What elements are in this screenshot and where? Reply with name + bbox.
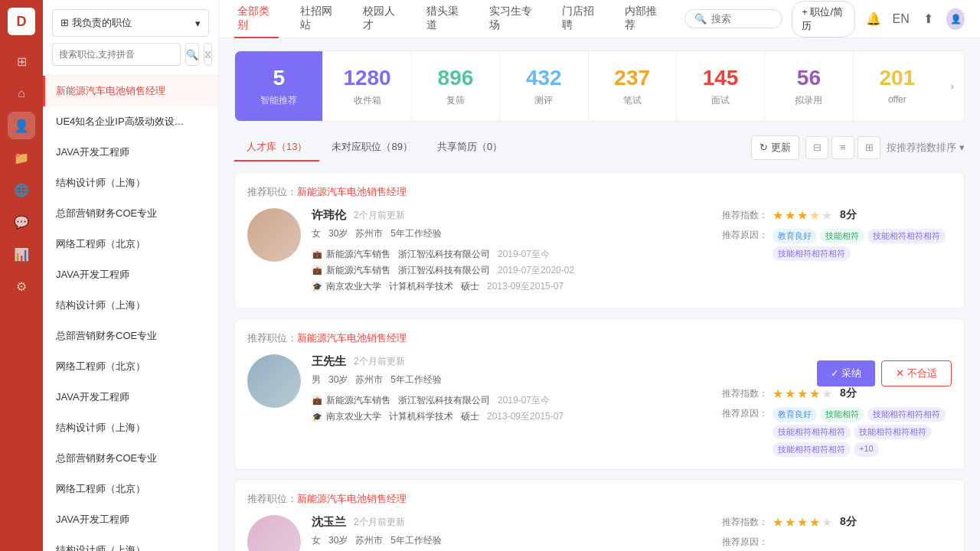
sidebar-item-12[interactable]: 总部营销财务COE专业 xyxy=(43,443,218,474)
language-icon[interactable]: EN xyxy=(892,8,910,30)
app-logo[interactable]: D xyxy=(8,8,35,35)
card-info: 许玮伦 2个月前更新 女 30岁 苏州市 5年工作经验 💼 新能源汽车销售 浙江… xyxy=(312,208,711,296)
candidate-name[interactable]: 许玮伦 xyxy=(312,208,346,223)
star-0: ★ xyxy=(773,515,783,530)
topnav-item-5[interactable]: 门店招聘 xyxy=(559,0,603,38)
stat-num-6: 56 xyxy=(774,65,843,91)
content-toolbar: 人才库（13）未对应职位（89）共享简历（0） ↻ 更新 ⊟ ≡ ⊞ 按推荐指数… xyxy=(234,134,965,161)
edu-degree: 硕士 xyxy=(461,280,479,293)
sidebar-top: ⊞ 我负责的职位 ▾ 🔍 ⧖ xyxy=(43,0,218,76)
sidebar-item-7[interactable]: 结构设计师（上海） xyxy=(43,290,218,321)
candidate-name[interactable]: 沈玉兰 xyxy=(312,515,346,530)
main-content: 5 智能推荐1280 收件箱896 复筛432 测评237 笔试145 面试56… xyxy=(219,38,980,551)
topnav-item-4[interactable]: 实习生专场 xyxy=(486,0,541,38)
search-input[interactable] xyxy=(52,43,181,66)
sidebar-item-5[interactable]: 网络工程师（北京） xyxy=(43,229,218,259)
reason-label: 推荐原因： xyxy=(722,229,768,242)
candidate-avatar[interactable] xyxy=(247,208,301,262)
nav-icon-settings[interactable]: ⚙ xyxy=(8,272,35,300)
candidate-name[interactable]: 王先生 xyxy=(312,354,346,369)
upload-icon[interactable]: ⬆ xyxy=(919,8,937,30)
stat-item-收件箱[interactable]: 1280 收件箱 xyxy=(323,51,411,121)
stat-num-4: 237 xyxy=(598,65,667,91)
nav-icon-people[interactable]: 👤 xyxy=(8,112,35,139)
name-row: 沈玉兰 2个月前更新 xyxy=(312,515,711,530)
stat-num-5: 145 xyxy=(686,65,755,91)
stat-label-5: 面试 xyxy=(686,94,755,107)
sidebar-item-8[interactable]: 总部营销财务COE专业 xyxy=(43,321,218,351)
exp-title: 新能源汽车销售 xyxy=(326,248,390,261)
reason-row: 推荐原因： xyxy=(722,536,952,549)
sidebar-item-4[interactable]: 总部营销财务COE专业 xyxy=(43,198,218,229)
view-grid2-icon[interactable]: ⊟ xyxy=(805,136,828,159)
reject-button[interactable]: ✕ 不合适 xyxy=(881,360,952,386)
age: 30岁 xyxy=(328,373,348,386)
job-selector[interactable]: ⊞ 我负责的职位 ▾ xyxy=(52,9,209,37)
view-list-icon[interactable]: ≡ xyxy=(831,136,854,159)
nav-icon-folder[interactable]: 📁 xyxy=(8,144,35,171)
tab-item-0[interactable]: 人才库（13） xyxy=(234,134,319,161)
stat-label-2: 复筛 xyxy=(421,94,490,107)
sidebar-item-15[interactable]: 结构设计师（上海） xyxy=(43,535,218,551)
nav-icon-message[interactable]: 💬 xyxy=(8,208,35,236)
topnav-search-input[interactable] xyxy=(711,13,773,24)
accept-button[interactable]: ✓ 采纳 xyxy=(817,360,876,386)
sidebar-item-14[interactable]: JAVA开发工程师 xyxy=(43,504,218,535)
topnav-item-3[interactable]: 猎头渠道 xyxy=(423,0,468,38)
sort-selector[interactable]: 按推荐指数排序 ▾ xyxy=(887,141,965,155)
topnav-item-2[interactable]: 校园人才 xyxy=(360,0,404,38)
sidebar-item-13[interactable]: 网络工程师（北京） xyxy=(43,474,218,504)
sidebar-item-3[interactable]: 结构设计师（上海） xyxy=(43,168,218,198)
exp-date: 2019-07至今 xyxy=(498,394,550,407)
sidebar-item-6[interactable]: JAVA开发工程师 xyxy=(43,259,218,290)
search-box[interactable]: 🔍 xyxy=(684,9,782,28)
exp-detail: 新能源汽车销售 浙江智泓科技有限公司 2019-07至2020-02 xyxy=(326,264,574,277)
update-button[interactable]: ↻ 更新 xyxy=(751,135,799,160)
card-body: 王先生 2个月前更新 男 30岁 苏州市 5年工作经验 💼 新能源汽车销售 浙江… xyxy=(247,354,952,457)
search-button[interactable]: 🔍 xyxy=(185,43,199,66)
tab-item-2[interactable]: 共享简历（0） xyxy=(425,134,514,161)
exp-date: 2019-07至2020-02 xyxy=(498,264,574,277)
candidate-avatar[interactable] xyxy=(247,515,301,551)
stat-item-面试[interactable]: 145 面试 xyxy=(677,51,765,121)
stat-item-offer[interactable]: 201 offer xyxy=(854,51,941,121)
sidebar-item-9[interactable]: 网络工程师（北京） xyxy=(43,351,218,382)
work-experience: 5年工作经验 xyxy=(390,373,442,386)
stat-num-7: 201 xyxy=(863,65,932,91)
sidebar-item-10[interactable]: JAVA开发工程师 xyxy=(43,382,218,412)
stats-more-button[interactable]: › xyxy=(941,51,964,121)
experience-item-1: 💼 新能源汽车销售 浙江智泓科技有限公司 2019-07至2020-02 xyxy=(312,264,711,277)
sidebar-item-2[interactable]: JAVA开发工程师 xyxy=(43,137,218,168)
topnav-item-6[interactable]: 内部推荐 xyxy=(622,0,666,38)
stat-item-拟录用[interactable]: 56 拟录用 xyxy=(765,51,853,121)
nav-icon-home[interactable]: ⌂ xyxy=(8,80,35,107)
nav-icon-globe[interactable]: 🌐 xyxy=(8,176,35,204)
stats-row: 5 智能推荐1280 收件箱896 复筛432 测评237 笔试145 面试56… xyxy=(234,51,965,122)
sidebar-item-1[interactable]: UE4知名企业IP高级动效设… xyxy=(43,106,218,137)
card-job-name: 新能源汽车电池销售经理 xyxy=(297,186,407,197)
add-job-button[interactable]: + 职位/简历 xyxy=(792,1,855,37)
reason-tag-1: 技能相符 xyxy=(820,407,864,422)
stat-item-复筛[interactable]: 896 复筛 xyxy=(412,51,500,121)
star-1: ★ xyxy=(785,515,795,530)
stat-item-笔试[interactable]: 237 笔试 xyxy=(589,51,677,121)
sidebar-item-0[interactable]: 新能源汽车电池销售经理 xyxy=(43,76,218,106)
filter-button[interactable]: ⧖ xyxy=(204,43,212,66)
nav-icon-grid[interactable]: ⊞ xyxy=(8,47,35,75)
stat-item-智能推荐[interactable]: 5 智能推荐 xyxy=(235,51,323,121)
briefcase-icon: 💼 xyxy=(312,249,322,259)
topnav-item-0[interactable]: 全部类别 xyxy=(234,0,279,38)
tab-item-1[interactable]: 未对应职位（89） xyxy=(319,134,424,161)
sidebar-item-11[interactable]: 结构设计师（上海） xyxy=(43,412,218,443)
view-grid4-icon[interactable]: ⊞ xyxy=(858,136,880,159)
update-time: 2个月前更新 xyxy=(354,355,405,368)
candidate-avatar[interactable] xyxy=(247,354,301,408)
user-avatar-icon[interactable]: 👤 xyxy=(946,8,965,30)
stat-item-测评[interactable]: 432 测评 xyxy=(500,51,588,121)
card-job-label: 推荐职位：新能源汽车电池销售经理 xyxy=(247,185,952,199)
card-job-name: 新能源汽车电池销售经理 xyxy=(297,493,407,504)
nav-icon-chart[interactable]: 📊 xyxy=(8,240,35,268)
rating-row: 推荐指数： ★★★★★ 8分 xyxy=(722,386,952,401)
topnav-item-1[interactable]: 社招网站 xyxy=(297,0,341,38)
notification-icon[interactable]: 🔔 xyxy=(864,8,883,30)
